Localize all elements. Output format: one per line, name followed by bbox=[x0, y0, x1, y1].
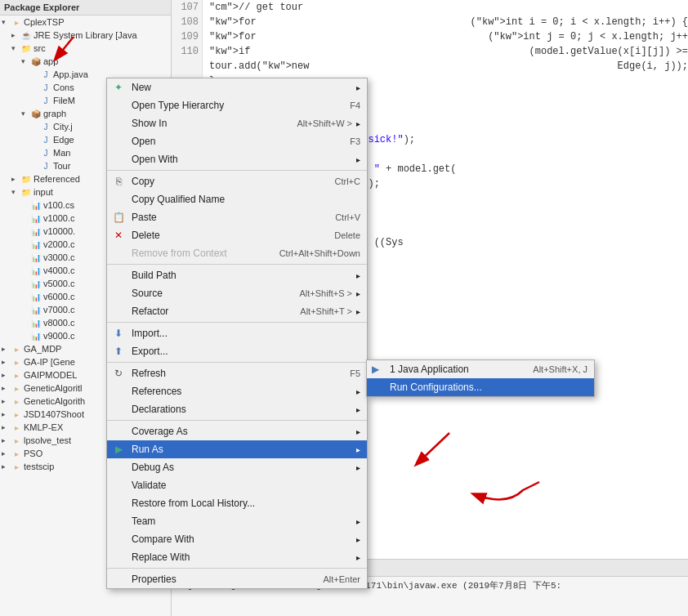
tree-arrow: ▾ bbox=[2, 18, 10, 26]
menu-item-team[interactable]: Team ▸ bbox=[107, 512, 367, 530]
tree-label: v6000.c bbox=[43, 292, 75, 301]
menu-item-new[interactable]: ✦ New ▸ bbox=[107, 78, 367, 96]
tree-label: v1000.c bbox=[43, 213, 75, 223]
menu-item-show-in[interactable]: Show In Alt+Shift+W > ▸ bbox=[107, 114, 367, 132]
menu-item-build-path[interactable]: Build Path ▸ bbox=[107, 266, 367, 284]
tree-type-icon: ▸ bbox=[11, 16, 22, 28]
tree-type-icon: ▸ bbox=[11, 448, 22, 459]
tree-type-icon: 📊 bbox=[30, 252, 42, 263]
tree-label: Man bbox=[53, 148, 70, 158]
sidebar-item-jre[interactable]: ▸ ☕ JRE System Library [Java bbox=[0, 29, 171, 42]
menu-item-compare-with[interactable]: Compare With ▸ bbox=[107, 530, 367, 548]
tree-arrow: ▸ bbox=[2, 449, 10, 458]
run-as-submenu[interactable]: ▶ 1 Java Application Alt+Shift+X, J Run … bbox=[366, 359, 595, 397]
code-line: 110 "kw">if (model.getValue(x[i][j]) >= bbox=[172, 44, 688, 59]
code-text: "cm">// get tour bbox=[203, 0, 688, 15]
menu-item-open-with[interactable]: Open With ▸ bbox=[107, 150, 367, 168]
refresh-icon: ↻ bbox=[112, 367, 125, 380]
menu-item-validate[interactable]: Validate bbox=[107, 476, 367, 494]
tree-label: v5000.c bbox=[43, 279, 75, 288]
tree-arrow: ▸ bbox=[2, 345, 10, 353]
menu-item-replace-with[interactable]: Replace With ▸ bbox=[107, 548, 367, 566]
tree-type-icon: ▸ bbox=[11, 356, 22, 368]
copy-icon: ⎘ bbox=[112, 175, 125, 188]
menu-label: Debug As bbox=[132, 462, 352, 473]
tree-arrow: ▾ bbox=[21, 109, 29, 118]
tree-label: lpsolve_test bbox=[24, 435, 71, 445]
menu-item-open[interactable]: Open F3 bbox=[107, 132, 367, 150]
code-line: 108 "kw">for ("kw">int i = 0; i < x.leng… bbox=[172, 15, 688, 29]
sidebar-item-app[interactable]: ▾ 📦 app bbox=[0, 55, 171, 68]
tree-label: GA-IP [Gene bbox=[24, 357, 75, 367]
submenu-item-run-configurations---[interactable]: Run Configurations... bbox=[367, 378, 594, 396]
tree-label: JSD1407Shoot bbox=[24, 409, 84, 419]
tree-label: City.j bbox=[53, 122, 73, 132]
tree-arrow: ▸ bbox=[11, 31, 20, 39]
tree-arrow: ▾ bbox=[11, 188, 20, 196]
tree-label: v4000.c bbox=[43, 266, 75, 275]
submenu-arrow: ▸ bbox=[356, 289, 360, 298]
menu-label: Declarations bbox=[132, 404, 352, 415]
menu-item-refresh[interactable]: ↻ Refresh F5 bbox=[107, 364, 367, 382]
menu-item-copy-qualified-name[interactable]: Copy Qualified Name bbox=[107, 190, 367, 208]
menu-item-delete[interactable]: ✕ Delete Delete bbox=[107, 226, 367, 244]
menu-item-properties[interactable]: Properties Alt+Enter bbox=[107, 570, 367, 588]
tree-arrow: ▸ bbox=[2, 358, 10, 366]
tree-type-icon: 📊 bbox=[30, 265, 42, 276]
tree-type-icon: J bbox=[40, 121, 51, 132]
submenu-arrow: ▸ bbox=[356, 553, 360, 562]
tree-label: Referenced bbox=[34, 174, 80, 184]
tree-type-icon: ▸ bbox=[11, 435, 22, 446]
tree-label: Cons bbox=[53, 83, 74, 92]
tree-label: Edge bbox=[53, 135, 74, 145]
menu-item-paste[interactable]: 📋 Paste Ctrl+V bbox=[107, 208, 367, 226]
menu-label: Properties bbox=[132, 574, 306, 585]
tree-label: v2000.c bbox=[43, 239, 75, 249]
submenu-item-1-java-application[interactable]: ▶ 1 Java Application Alt+Shift+X, J bbox=[367, 360, 594, 378]
code-text: "kw">for bbox=[203, 29, 488, 44]
menu-item-restore-from-local-history---[interactable]: Restore from Local History... bbox=[107, 494, 367, 512]
menu-item-debug-as[interactable]: Debug As ▸ bbox=[107, 458, 367, 476]
menu-label: Compare With bbox=[132, 533, 352, 545]
code-text: tour.add("kw">new bbox=[203, 59, 618, 74]
menu-item-references[interactable]: References ▸ bbox=[107, 382, 367, 400]
tree-arrow: ▸ bbox=[2, 397, 10, 405]
tree-type-icon: 📊 bbox=[30, 212, 42, 224]
menu-label: Refresh bbox=[132, 368, 333, 379]
submenu-arrow: ▸ bbox=[356, 517, 360, 526]
sidebar-item-cplextsp[interactable]: ▾ ▸ CplexTSP bbox=[0, 16, 171, 29]
tree-type-icon: ☕ bbox=[20, 29, 32, 41]
line-number: 107 bbox=[172, 0, 203, 15]
menu-item-run-as[interactable]: ▶ Run As ▸ bbox=[107, 440, 367, 458]
tree-label: v7000.c bbox=[43, 305, 75, 315]
menu-shortcut: F4 bbox=[350, 100, 360, 110]
menu-item-remove-from-context: Remove from Context Ctrl+Alt+Shift+Down bbox=[107, 244, 367, 262]
menu-shortcut: Alt+Shift+T > bbox=[300, 306, 352, 316]
tree-type-icon: J bbox=[40, 95, 51, 106]
menu-shortcut: Ctrl+C bbox=[335, 176, 360, 186]
tree-type-icon: 📦 bbox=[30, 56, 42, 67]
new-icon: ✦ bbox=[112, 81, 125, 94]
menu-item-declarations[interactable]: Declarations ▸ bbox=[107, 400, 367, 418]
menu-item-coverage-as[interactable]: Coverage As ▸ bbox=[107, 422, 367, 440]
menu-item-import---[interactable]: ⬇ Import... bbox=[107, 324, 367, 342]
tree-arrow: ▸ bbox=[2, 371, 10, 379]
tree-type-icon: J bbox=[40, 82, 51, 93]
menu-label: Copy Qualified Name bbox=[132, 194, 360, 205]
submenu-arrow: ▸ bbox=[356, 271, 360, 280]
sidebar-item-src[interactable]: ▾ 📁 src bbox=[0, 42, 171, 55]
submenu-arrow: ▸ bbox=[356, 307, 360, 316]
sidebar-header: Package Explorer bbox=[0, 0, 171, 16]
tree-type-icon: 📊 bbox=[30, 317, 42, 328]
tree-type-icon: J bbox=[40, 69, 51, 80]
menu-item-open-type-hierarchy[interactable]: Open Type Hierarchy F4 bbox=[107, 96, 367, 114]
menu-item-refactor[interactable]: Refactor Alt+Shift+T > ▸ bbox=[107, 302, 367, 320]
menu-item-copy[interactable]: ⎘ Copy Ctrl+C bbox=[107, 172, 367, 190]
menu-item-export---[interactable]: ⬆ Export... bbox=[107, 342, 367, 360]
tree-label: app bbox=[43, 56, 58, 66]
context-menu[interactable]: ✦ New ▸ Open Type Hierarchy F4 Show In A… bbox=[106, 78, 368, 589]
tree-label: Tour bbox=[53, 161, 70, 171]
tree-type-icon: J bbox=[40, 147, 51, 158]
tree-type-icon: 📊 bbox=[30, 239, 42, 250]
menu-item-source[interactable]: Source Alt+Shift+S > ▸ bbox=[107, 284, 367, 302]
